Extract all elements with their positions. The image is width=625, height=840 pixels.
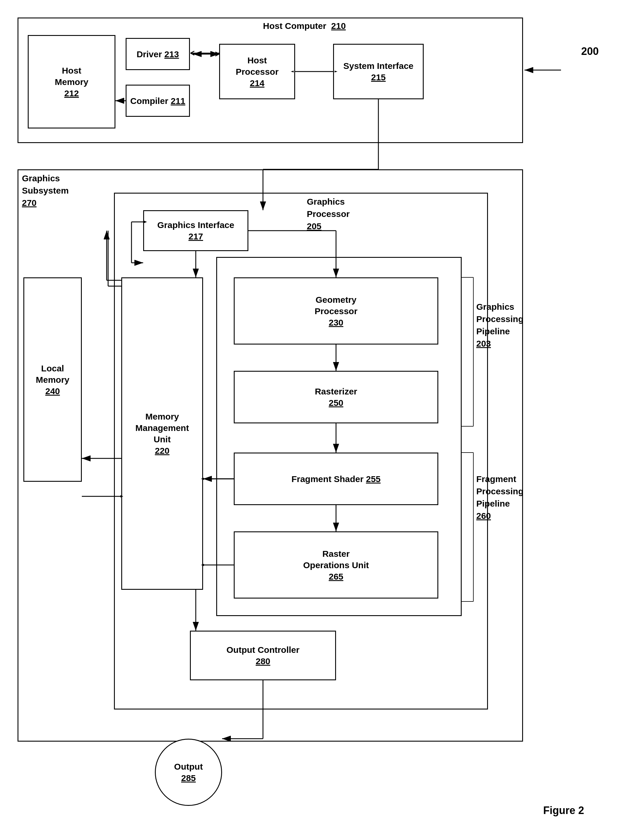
raster-operations-box: RasterOperations Unit265 xyxy=(234,532,438,598)
host-computer-label: Host Computer 210 xyxy=(263,20,346,32)
driver-box: Driver 213 xyxy=(126,38,190,70)
compiler-label: Compiler 211 xyxy=(130,95,185,107)
diagram: Host Computer 210 HostMemory212 Driver 2… xyxy=(0,0,625,840)
rasterizer-box: Rasterizer250 xyxy=(234,371,438,423)
host-processor-label: HostProcessor214 xyxy=(236,54,279,89)
fragment-shader-label: Fragment Shader 255 xyxy=(291,473,381,485)
driver-label: Driver 213 xyxy=(137,48,179,60)
compiler-box: Compiler 211 xyxy=(126,85,190,117)
graphics-subsystem-label: GraphicsSubsystem270 xyxy=(22,172,68,209)
graphics-interface-label: Graphics Interface217 xyxy=(157,219,234,242)
host-processor-box: HostProcessor214 xyxy=(219,44,295,99)
ref-200-label: 200 xyxy=(581,45,599,57)
system-interface-label: System Interface215 xyxy=(343,60,414,83)
graphics-interface-box: Graphics Interface217 xyxy=(143,210,248,251)
figure-label: Figure 2 xyxy=(543,804,584,817)
graphics-processor-label: GraphicsProcessor205 xyxy=(307,195,350,232)
host-memory-box: HostMemory212 xyxy=(28,35,115,129)
host-memory-label: HostMemory212 xyxy=(54,65,88,99)
mmu-box: MemoryManagementUnit220 xyxy=(121,277,203,590)
local-memory-label: LocalMemory240 xyxy=(36,363,69,397)
mmu-label: MemoryManagementUnit220 xyxy=(135,411,189,456)
output-controller-label: Output Controller280 xyxy=(227,644,300,667)
system-interface-box: System Interface215 xyxy=(333,44,424,99)
output-circle: Output285 xyxy=(155,739,222,806)
geometry-processor-box: GeometryProcessor230 xyxy=(234,277,438,344)
output-controller-box: Output Controller280 xyxy=(190,631,336,680)
rasterizer-label: Rasterizer250 xyxy=(315,386,357,408)
output-label: Output285 xyxy=(174,761,203,784)
raster-operations-label: RasterOperations Unit265 xyxy=(303,548,369,582)
graphics-processing-pipeline-label: GraphicsProcessingPipeline203 xyxy=(476,301,524,350)
fragment-processing-pipeline-label: FragmentProcessingPipeline260 xyxy=(476,473,524,522)
local-memory-box: LocalMemory240 xyxy=(23,277,82,482)
geometry-processor-label: GeometryProcessor230 xyxy=(315,294,358,328)
fragment-shader-box: Fragment Shader 255 xyxy=(234,453,438,505)
